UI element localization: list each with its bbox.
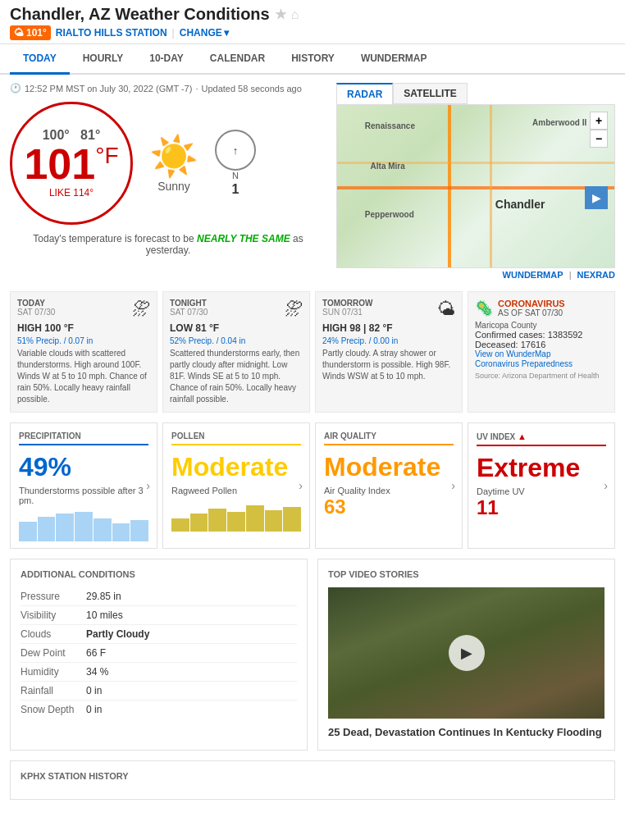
wundermap-link[interactable]: WUNDERMAP: [503, 270, 563, 280]
favorite-icon[interactable]: ★: [275, 7, 286, 22]
tab-history[interactable]: HISTORY: [278, 44, 348, 75]
confirmed-label: Confirmed cases:: [475, 330, 545, 340]
pollen-title: POLLEN: [171, 431, 301, 445]
air-quality-index-label: Air Quality Index: [324, 486, 454, 495]
temp-badge: 🌤 101°: [10, 25, 51, 40]
top-section: 🕐 12:52 PM MST on July 30, 2022 (GMT -7)…: [10, 83, 615, 281]
wundermap-covid-link[interactable]: View on WunderMap: [475, 349, 608, 358]
video-title-text[interactable]: 25 Dead, Devastation Continues In Kentuc…: [328, 725, 604, 740]
station-name[interactable]: RIALTO HILLS STATION: [56, 27, 167, 39]
pressure-label: Pressure: [21, 591, 86, 602]
today-precip[interactable]: 51% Precip. / 0.07 in: [17, 336, 150, 345]
video-stories-title: TOP VIDEO STORIES: [328, 569, 604, 579]
video-thumbnail[interactable]: ▶: [328, 587, 604, 719]
precip-sub: Thunderstorms possible after 3 pm.: [19, 486, 148, 505]
main-temp: 101: [24, 143, 95, 185]
chevron-icon: ▾: [224, 27, 229, 39]
like-temp: 114°: [73, 187, 94, 199]
tomorrow-card-title: TOMORROW: [322, 299, 372, 308]
uv-title: UV INDEX ▲: [477, 431, 606, 446]
tab-satellite[interactable]: SATELLITE: [393, 83, 467, 104]
map-label-altamira: Alta Mira: [371, 162, 405, 171]
coronavirus-card: 🦠 CORONAVIRUS AS OF SAT 07/30 Maricopa C…: [468, 291, 615, 413]
bottom-section: ADDITIONAL CONDITIONS Pressure 29.85 in …: [10, 559, 615, 751]
tab-calendar[interactable]: CALENDAR: [197, 44, 278, 75]
tonight-precip[interactable]: 52% Precip. / 0.04 in: [170, 336, 303, 345]
wind-arrow: ↑: [233, 144, 239, 157]
precip-chart: [19, 509, 148, 541]
pollen-value: Moderate: [171, 452, 301, 482]
dew-point-value: 66 F: [86, 647, 106, 659]
wind-section: ↑ N 1: [215, 130, 256, 197]
like-label: LIKE: [49, 187, 71, 199]
pressure-row: Pressure 29.85 in: [21, 587, 297, 606]
uv-warning-icon: ▲: [518, 431, 527, 441]
right-section: RADAR SATELLITE Renaissance Amberwood II…: [336, 83, 615, 281]
air-quality-title: AIR QUALITY: [324, 431, 454, 445]
page-title: Chandler, AZ Weather Conditions ★ ⌂: [10, 5, 615, 24]
covid-deceased: Deceased: 17616: [475, 340, 608, 349]
temp-display: 100° 81° 101 °F LIKE 114° ☀️ Sun: [10, 102, 326, 225]
air-quality-value: Moderate: [324, 452, 454, 482]
wunder-links: WUNDERMAP | NEXRAD: [336, 268, 615, 281]
precip-chevron[interactable]: ›: [146, 479, 150, 492]
tonight-card-title: TONIGHT: [170, 299, 208, 308]
tab-today[interactable]: TODAY: [10, 44, 70, 75]
map-container: Renaissance Amberwood II Alta Mira Peppe…: [336, 104, 615, 268]
wind-dir-label: N: [232, 171, 239, 180]
tab-wundermap[interactable]: WUNDERMAP: [348, 44, 440, 75]
pollen-chevron[interactable]: ›: [299, 479, 303, 492]
today-weather-icon: ⛈: [132, 299, 150, 320]
map-tabs: RADAR SATELLITE: [336, 83, 615, 104]
page-header: Chandler, AZ Weather Conditions ★ ⌂ 🌤 10…: [0, 0, 625, 44]
bar-2: [38, 517, 56, 541]
visibility-value: 10 miles: [86, 609, 123, 621]
temp-unit: °F: [95, 143, 118, 169]
air-quality-index-value: 63: [324, 495, 454, 518]
bar-7: [130, 520, 148, 541]
forecast-highlight: NEARLY THE SAME: [197, 233, 290, 244]
tomorrow-precip[interactable]: 24% Precip. / 0.00 in: [322, 336, 455, 345]
precip-title: PRECIPITATION: [19, 431, 148, 445]
rainfall-value: 0 in: [86, 685, 102, 696]
zoom-out-button[interactable]: −: [590, 130, 608, 148]
air-quality-chevron[interactable]: ›: [451, 479, 455, 492]
humidity-value: 34 %: [86, 666, 108, 678]
covid-preparedness-link[interactable]: Coronavirus Preparedness: [475, 359, 573, 368]
divider: |: [172, 27, 175, 39]
air-quality-card: AIR QUALITY Moderate Air Quality Index 6…: [315, 422, 463, 549]
tab-hourly[interactable]: HOURLY: [70, 44, 137, 75]
uv-index-card: UV INDEX ▲ Extreme Daytime UV 11 ›: [468, 422, 615, 549]
tomorrow-weather-icon: 🌤: [437, 299, 455, 320]
change-link[interactable]: CHANGE ▾: [180, 27, 229, 39]
map-play-button[interactable]: ▶: [585, 186, 608, 209]
pollen-card: POLLEN Moderate Ragweed Pollen ›: [162, 422, 310, 549]
updated-text: ·: [195, 84, 198, 94]
play-button[interactable]: ▶: [449, 635, 485, 671]
map-label-amberwood: Amberwood II: [532, 118, 586, 127]
zoom-in-button[interactable]: +: [590, 112, 608, 130]
timestamp-text: 12:52 PM MST on July 30, 2022 (GMT -7): [25, 84, 192, 94]
nav-tabs: TODAY HOURLY 10-DAY CALENDAR HISTORY WUN…: [0, 44, 625, 75]
tab-radar[interactable]: RADAR: [336, 83, 393, 104]
tab-10day[interactable]: 10-DAY: [136, 44, 197, 75]
nexrad-link[interactable]: NEXRAD: [577, 270, 615, 280]
dew-point-row: Dew Point 66 F: [21, 644, 297, 663]
additional-conditions-title: ADDITIONAL CONDITIONS: [21, 569, 297, 579]
pollen-chart: [171, 499, 301, 532]
map-image[interactable]: Renaissance Amberwood II Alta Mira Peppe…: [337, 105, 614, 267]
wind-speed: 1: [232, 182, 240, 197]
pollen-bar-5: [246, 505, 264, 532]
rainfall-label: Rainfall: [21, 685, 86, 696]
tonight-desc: Scattered thunderstorms early, then part…: [170, 348, 303, 405]
tonight-low: LOW 81 °F: [170, 322, 303, 334]
additional-conditions: ADDITIONAL CONDITIONS Pressure 29.85 in …: [10, 559, 308, 751]
confirmed-value: 1383592: [548, 330, 583, 340]
uv-value: Extreme: [477, 453, 606, 483]
uv-chevron[interactable]: ›: [604, 479, 608, 492]
forecast-cards: TODAY SAT 07/30 ⛈ HIGH 100 °F 51% Precip…: [10, 291, 615, 413]
bar-1: [19, 522, 37, 541]
home-icon[interactable]: ⌂: [291, 7, 299, 22]
today-card-title: TODAY: [17, 299, 55, 308]
play-icon: ▶: [461, 644, 472, 662]
